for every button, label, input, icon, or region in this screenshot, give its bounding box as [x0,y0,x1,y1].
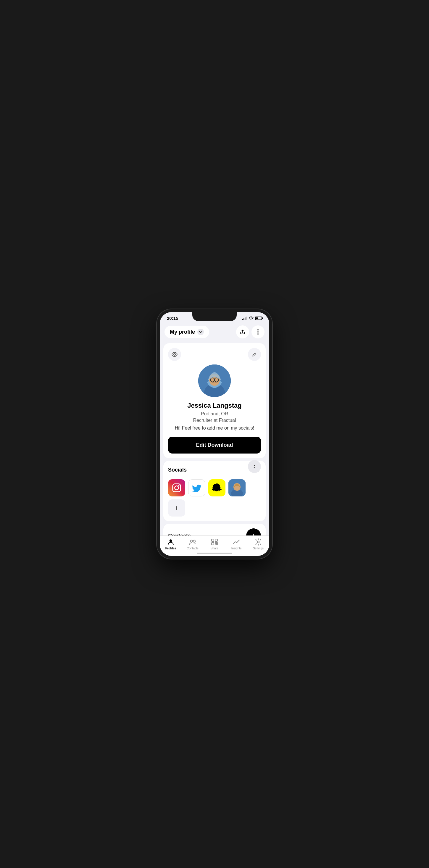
share-button[interactable] [236,326,249,338]
pencil-icon [252,352,257,357]
top-bar: My profile [160,322,269,341]
svg-point-17 [178,485,179,486]
notch [192,312,237,321]
svg-rect-27 [215,542,216,544]
more-options-button[interactable] [251,326,265,338]
svg-rect-29 [215,544,216,545]
svg-point-21 [170,539,172,542]
contacts-nav-label: Contacts [187,547,198,550]
add-social-button[interactable]: + [168,499,185,517]
avatar-wrap [168,365,261,397]
home-indicator [197,553,232,554]
eye-icon [171,352,178,357]
profile-location: Portland, OR [168,411,261,416]
insights-icon [233,538,240,546]
status-icons [242,316,262,320]
svg-point-0 [251,319,251,320]
insights-nav-label: Insights [232,547,241,550]
profiles-nav-label: Profiles [165,547,176,550]
svg-point-2 [257,331,258,333]
settings-nav-label: Settings [253,547,264,550]
instagram-icon[interactable] [168,479,185,496]
svg-point-4 [172,352,177,356]
custom-social-icon[interactable] [228,479,246,496]
svg-point-5 [174,353,176,355]
nav-contacts[interactable]: Contacts [184,538,202,550]
wifi-icon [249,316,253,320]
profile-name: Jessica Langstag [168,402,261,409]
share-nav-label: Share [211,547,219,550]
profile-card: Jessica Langstag Portland, OR Recruiter … [163,343,266,458]
sort-icon [252,464,257,469]
settings-icon [254,538,262,546]
svg-point-31 [257,541,259,543]
svg-rect-30 [217,544,217,545]
nav-share[interactable]: Share [206,538,223,550]
sort-button[interactable] [248,460,261,473]
socials-title: Socials [168,467,187,473]
ellipsis-vertical-icon [257,329,258,335]
signal-icon [242,316,247,320]
edit-download-button[interactable]: Edit Download [168,437,261,454]
svg-rect-28 [217,542,217,544]
avatar [198,365,231,397]
svg-rect-24 [212,539,214,541]
socials-header: Socials [168,465,261,474]
svg-rect-15 [173,484,181,492]
edit-button[interactable] [248,348,261,361]
status-time: 20:15 [167,316,178,321]
my-profile-button[interactable]: My profile [164,326,209,338]
share-icon [240,329,246,335]
chevron-down-icon [197,329,204,335]
profile-bio: Hi! Feel free to add me on my socials! [168,426,261,431]
nav-settings[interactable]: Settings [249,538,267,550]
nav-insights[interactable]: Insights [227,538,245,550]
phone-frame: 20:15 My profile [157,309,272,559]
snapchat-icon[interactable] [208,479,225,496]
svg-rect-26 [212,542,214,545]
svg-point-22 [190,540,193,542]
contacts-icon [189,538,196,546]
twitter-icon[interactable] [188,479,205,496]
avatar-image [198,365,231,397]
profiles-icon [167,538,175,546]
profile-job: Recruiter at Fractual [168,418,261,423]
my-profile-label: My profile [170,329,195,335]
svg-point-23 [193,540,195,542]
social-icons-row: + [168,479,261,517]
battery-icon [255,316,262,320]
svg-point-3 [257,333,258,335]
share-nav-icon [211,538,218,546]
top-bar-actions [236,326,265,338]
preview-button[interactable] [168,348,181,361]
nav-profiles[interactable]: Profiles [162,538,180,550]
svg-point-16 [175,486,178,490]
svg-point-1 [257,329,258,331]
phone-content[interactable]: My profile [160,322,269,552]
svg-rect-25 [215,539,217,541]
card-actions [168,348,261,361]
